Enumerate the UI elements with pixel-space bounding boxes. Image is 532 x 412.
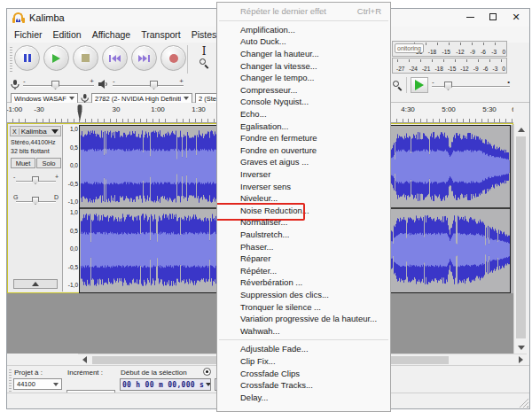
effects-menu-item[interactable]: Phaser... (217, 240, 390, 253)
menubar-item[interactable]: Transport (136, 27, 186, 42)
timeline-label: 30 (113, 105, 121, 113)
scroll-up-button[interactable] (514, 124, 528, 136)
effects-menu-item[interactable]: Répéter... (217, 264, 390, 276)
effects-menu-item[interactable]: Réverbération ... (217, 276, 390, 289)
pause-icon (24, 54, 31, 62)
effects-menu-item[interactable]: Changer la vitesse... (217, 59, 390, 72)
zoom-icon-partial[interactable] (392, 80, 403, 92)
toolbar-separator (187, 45, 188, 74)
resize-grip[interactable] (519, 398, 528, 408)
window-title: Kalimba (29, 12, 65, 23)
record-button[interactable] (160, 45, 186, 71)
solo-button[interactable]: Solo (36, 158, 61, 168)
effects-menu-item[interactable]: Fondre en fermeture (217, 132, 390, 144)
effects-menu-item[interactable]: Clip Fix... (217, 355, 390, 368)
scroll-down-button[interactable] (514, 342, 528, 354)
effects-menu-item[interactable]: Variation progressive de la hauteur... (217, 313, 390, 325)
gain-slider[interactable]: - + (12, 174, 60, 186)
playback-volume-thumb[interactable] (150, 81, 158, 89)
playback-speed-slider[interactable]: -• (432, 80, 510, 90)
selection-start-field[interactable]: 00 h 00 m 00,000 s (120, 378, 211, 391)
pan-thumb[interactable] (32, 197, 39, 205)
effects-menu-item[interactable]: Changer le tempo... (217, 72, 390, 84)
gain-thumb[interactable] (32, 176, 39, 184)
pause-button[interactable] (14, 45, 40, 71)
vertical-scroll-thumb[interactable] (516, 136, 526, 338)
close-button[interactable]: ✕ (505, 9, 528, 25)
toolbar-grabber[interactable] (9, 369, 12, 392)
effects-menu-item[interactable]: Suppression des clics... (217, 289, 390, 301)
track-format-line1: Stéréo,44100Hz (11, 139, 56, 145)
project-rate-dropdown[interactable]: 44100 (13, 378, 62, 390)
effects-menu-item[interactable]: Paulstretch... (217, 229, 390, 241)
effects-menu-item[interactable]: Wahwah... (217, 324, 390, 337)
menubar-item[interactable]: Affichage (87, 27, 137, 42)
playback-volume-slider[interactable]: -+ (113, 79, 184, 89)
maximize-button[interactable] (481, 9, 505, 25)
toolbar-grabber[interactable] (10, 45, 12, 72)
track-menu-chevron-icon[interactable] (51, 129, 59, 134)
skip-to-start-button[interactable] (102, 45, 128, 71)
chevron-down-icon (184, 97, 189, 100)
monitoring-label[interactable]: onitoring (395, 43, 424, 53)
pan-slider[interactable]: G D (12, 194, 60, 206)
playback-meter[interactable]: -27-24-21-18-15-12-9-6-30 (392, 58, 507, 74)
effects-menu-item[interactable]: Répéter le dernier effet Ctrl+R (217, 5, 390, 18)
effects-menu-item[interactable]: Niveleur... (217, 192, 390, 205)
effects-menu-item[interactable]: Tronquer le silence ... (217, 300, 390, 313)
effects-menu-item[interactable]: Changer la hauteur... (217, 48, 390, 60)
effects-menu-item[interactable]: Crossfade Clips (217, 367, 390, 379)
effects-menu-item[interactable]: Graves et aigus ... (217, 156, 390, 168)
mute-button[interactable]: Muet (11, 158, 35, 168)
recording-volume-slider[interactable]: -+ (23, 79, 94, 89)
scroll-right-button[interactable] (514, 354, 527, 365)
play-at-speed-button[interactable] (411, 77, 428, 93)
effects-menu-item[interactable]: Echo... (217, 108, 390, 120)
effects-menu-item[interactable]: Inverser sens (217, 180, 390, 192)
zoom-tool-button[interactable] (199, 58, 209, 70)
effects-dropdown-menu: Répéter le dernier effet Ctrl+R Amplific… (216, 2, 391, 412)
effects-menu-item[interactable]: Noise Reduction... (217, 205, 390, 217)
snap-to-label: Incrément : (67, 369, 103, 377)
track-close-button[interactable]: X (11, 128, 20, 135)
playhead-pin-icon[interactable] (76, 105, 83, 121)
timeline-label: 6:00 (512, 105, 513, 113)
close-icon: ✕ (512, 12, 520, 22)
selection-end-radio[interactable] (203, 368, 211, 376)
effects-menu-item[interactable]: Console Nyquist... (217, 96, 390, 108)
effects-menu-item[interactable]: Inverser (217, 168, 390, 181)
track-name[interactable]: Kalimba (20, 128, 47, 136)
vertical-scrollbar[interactable] (513, 124, 527, 354)
play-icon (52, 54, 60, 63)
stop-button[interactable] (73, 45, 98, 71)
speed-thumb[interactable] (444, 82, 452, 90)
arrow-left-icon (82, 356, 87, 363)
effects-menu-item[interactable]: Réparer (217, 253, 390, 265)
track-control-panel: X Kalimba Stéréo,44100Hz 32 bits flottan… (9, 125, 63, 292)
vertical-scale-ruler[interactable]: 1,00,50,0-0,5-1,0 1,00,50,0-0,5-1,0 (63, 125, 79, 292)
skip-to-end-button[interactable] (131, 45, 157, 71)
recording-volume-thumb[interactable] (51, 81, 59, 89)
effects-menu-item[interactable]: Delay... (217, 391, 390, 403)
minimize-button[interactable] (458, 9, 481, 25)
meter-ticks (414, 43, 504, 45)
timeline-label: 4:30 (401, 105, 415, 113)
effects-menu-item[interactable]: Egalisation... (217, 120, 390, 132)
effects-menu-item[interactable]: Normaliser... (217, 216, 390, 229)
menubar-item[interactable]: Fichier (9, 27, 48, 42)
selection-tool-button[interactable]: I (202, 45, 207, 58)
recording-meter[interactable]: onitoring -21-18-15-12-9-6-30 (392, 41, 507, 57)
track-collapse-button[interactable] (13, 279, 58, 289)
menubar-item[interactable]: Edition (48, 27, 87, 42)
effects-menu-item[interactable]: Amplification... (217, 24, 390, 36)
effects-menu-item[interactable]: Auto Duck... (217, 35, 390, 48)
scroll-left-button[interactable] (78, 354, 90, 365)
playback-meter-scale: -27-24-21-18-15-12-9-6-30 (396, 65, 505, 73)
skip-to-end-icon (138, 54, 150, 63)
effects-menu-item[interactable]: Fondre en ouverture (217, 144, 390, 157)
effects-menu-item[interactable]: Compresseur... (217, 84, 390, 97)
effects-menu-item[interactable]: Adjustable Fade... (217, 343, 390, 355)
effects-menu-item[interactable]: Crossfade Tracks... (217, 379, 390, 392)
play-button[interactable] (43, 45, 69, 71)
chevron-down-icon (69, 97, 74, 100)
